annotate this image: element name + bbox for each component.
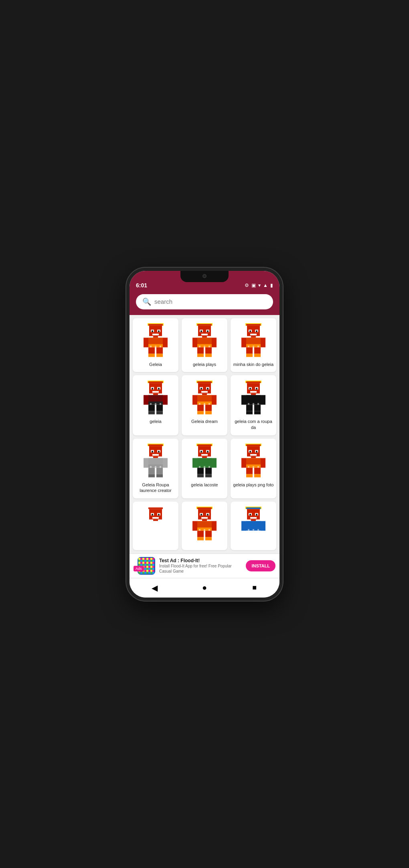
svg-rect-78 bbox=[155, 403, 156, 405]
svg-rect-119 bbox=[257, 403, 259, 405]
skin-card[interactable]: Geleia bbox=[133, 318, 178, 372]
svg-rect-141 bbox=[197, 445, 212, 446]
svg-rect-225 bbox=[249, 514, 251, 516]
skin-image bbox=[239, 443, 267, 479]
skin-card[interactable] bbox=[231, 502, 276, 550]
svg-rect-51 bbox=[241, 338, 246, 348]
svg-rect-88 bbox=[202, 393, 207, 395]
svg-rect-165 bbox=[249, 451, 251, 453]
svg-rect-99 bbox=[209, 403, 210, 405]
svg-rect-175 bbox=[246, 474, 253, 478]
svg-rect-205 bbox=[200, 514, 202, 516]
svg-rect-1 bbox=[148, 324, 163, 326]
svg-rect-159 bbox=[209, 466, 210, 468]
back-icon: ◀ bbox=[152, 583, 158, 593]
skin-card[interactable]: minha skin do geleia bbox=[231, 318, 276, 372]
svg-rect-193 bbox=[148, 531, 155, 537]
gear-icon: ⚙ bbox=[245, 283, 249, 288]
skin-card[interactable]: geleia bbox=[133, 375, 178, 435]
svg-rect-237 bbox=[248, 529, 249, 531]
side-button bbox=[281, 343, 283, 367]
svg-rect-8 bbox=[153, 336, 158, 338]
svg-rect-54 bbox=[254, 348, 261, 354]
svg-rect-110 bbox=[246, 395, 261, 401]
svg-rect-18 bbox=[155, 346, 156, 348]
skin-label: geleia lacoste bbox=[191, 482, 218, 488]
svg-rect-232 bbox=[261, 521, 265, 531]
svg-rect-74 bbox=[156, 405, 163, 411]
svg-rect-216 bbox=[205, 537, 212, 541]
skin-card[interactable]: Geleia dream bbox=[182, 375, 227, 435]
svg-rect-98 bbox=[204, 403, 205, 405]
svg-rect-16 bbox=[156, 354, 163, 357]
svg-rect-207 bbox=[201, 517, 208, 519]
svg-rect-101 bbox=[246, 381, 261, 383]
skin-card[interactable]: geleia lacoste bbox=[182, 439, 227, 498]
svg-rect-34 bbox=[205, 348, 212, 354]
install-button[interactable]: INSTALL bbox=[246, 560, 275, 571]
svg-rect-214 bbox=[205, 531, 212, 537]
svg-rect-166 bbox=[256, 451, 257, 453]
svg-rect-167 bbox=[250, 454, 257, 456]
svg-rect-134 bbox=[156, 468, 163, 474]
skin-label: geleia plays bbox=[193, 362, 216, 367]
skin-card[interactable] bbox=[133, 502, 178, 550]
svg-rect-70 bbox=[148, 395, 163, 401]
svg-rect-156 bbox=[205, 474, 212, 478]
svg-rect-234 bbox=[254, 531, 261, 537]
svg-rect-17 bbox=[150, 346, 152, 348]
skin-card[interactable] bbox=[182, 502, 227, 550]
search-bar[interactable]: 🔍 bbox=[136, 294, 273, 309]
svg-rect-35 bbox=[197, 354, 204, 357]
svg-rect-115 bbox=[246, 411, 253, 414]
svg-rect-186 bbox=[158, 514, 160, 516]
svg-rect-6 bbox=[158, 331, 160, 332]
svg-rect-227 bbox=[250, 517, 257, 519]
skin-card[interactable]: geleia plays bbox=[182, 318, 227, 372]
ad-title: Test Ad : Flood-It! bbox=[159, 558, 242, 563]
battery-icon: ▮ bbox=[270, 283, 273, 288]
svg-rect-111 bbox=[241, 395, 246, 405]
skin-label: Geleia bbox=[149, 362, 162, 367]
svg-rect-73 bbox=[148, 405, 155, 411]
skin-label: geleia com a roupa da bbox=[233, 419, 274, 430]
skin-card[interactable]: geleia plays png foto bbox=[231, 439, 276, 498]
svg-rect-199 bbox=[160, 529, 161, 531]
wifi-icon: ▾ bbox=[258, 283, 261, 288]
svg-rect-154 bbox=[205, 468, 212, 474]
svg-rect-41 bbox=[246, 324, 261, 326]
svg-rect-126 bbox=[158, 451, 160, 453]
skin-card[interactable]: Geleia Roupa laurence creator bbox=[133, 439, 178, 498]
svg-rect-53 bbox=[246, 348, 253, 354]
ad-text: Test Ad : Flood-It! Install Flood-It App… bbox=[159, 558, 242, 574]
skin-image bbox=[190, 506, 219, 542]
svg-rect-219 bbox=[209, 529, 210, 531]
search-input[interactable] bbox=[154, 298, 267, 305]
recents-icon: ■ bbox=[252, 583, 257, 592]
skin-label: minha skin do geleia bbox=[233, 362, 273, 367]
svg-rect-177 bbox=[248, 466, 249, 468]
svg-rect-148 bbox=[202, 457, 207, 458]
svg-rect-168 bbox=[251, 457, 256, 458]
skin-card[interactable]: geleia com a roupa da bbox=[231, 375, 276, 435]
svg-rect-116 bbox=[254, 411, 261, 414]
svg-rect-132 bbox=[163, 458, 168, 468]
home-button[interactable]: ● bbox=[199, 582, 210, 594]
svg-rect-105 bbox=[249, 388, 251, 389]
svg-rect-52 bbox=[261, 338, 265, 348]
back-button[interactable]: ◀ bbox=[149, 582, 160, 594]
skin-image bbox=[142, 322, 170, 358]
svg-rect-155 bbox=[197, 474, 204, 478]
recents-button[interactable]: ■ bbox=[249, 582, 260, 594]
skin-image bbox=[142, 506, 170, 542]
svg-rect-10 bbox=[148, 338, 163, 344]
svg-rect-55 bbox=[246, 354, 253, 357]
svg-rect-152 bbox=[212, 458, 217, 468]
svg-rect-48 bbox=[251, 336, 256, 338]
svg-rect-121 bbox=[148, 445, 163, 446]
phone-notch bbox=[180, 271, 229, 282]
svg-rect-32 bbox=[212, 338, 217, 348]
sim-icon: ▣ bbox=[251, 283, 256, 288]
svg-rect-72 bbox=[163, 395, 168, 405]
svg-rect-118 bbox=[253, 403, 254, 405]
